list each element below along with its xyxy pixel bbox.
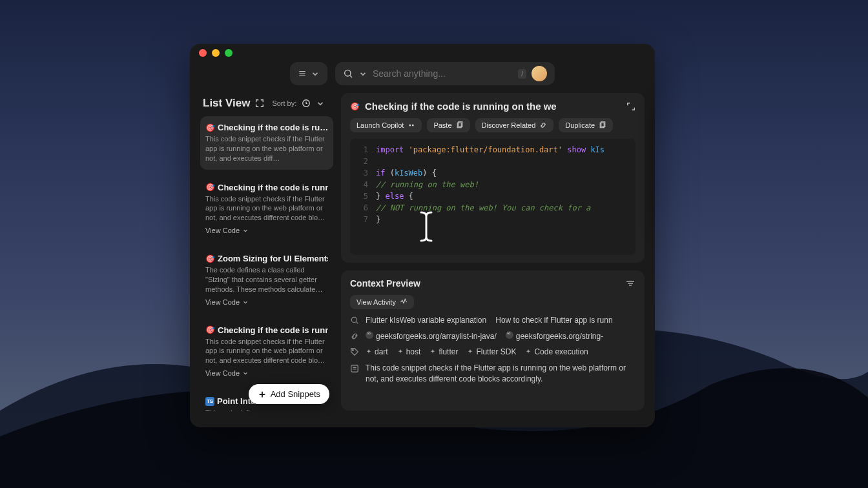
context-description: This code snippet checks if the Flutter … bbox=[366, 363, 636, 385]
line-number: 1 bbox=[356, 144, 368, 156]
snippet-desc: This code snippet checks if the Flutter … bbox=[205, 337, 328, 366]
code-line: 5} else { bbox=[356, 190, 629, 202]
context-search-item[interactable]: Flutter kIsWeb variable explanation bbox=[366, 316, 486, 325]
add-snippets-button[interactable]: Add Snippets bbox=[249, 384, 329, 404]
link-icon bbox=[350, 332, 359, 341]
launch-copilot-button[interactable]: Launch Copilot bbox=[350, 118, 422, 132]
list-pane: List View Sort by: 🎯Checking if the code… bbox=[200, 93, 333, 411]
svg-point-19 bbox=[353, 350, 354, 351]
svg-line-18 bbox=[356, 322, 358, 324]
language-icon: 🎯 bbox=[205, 325, 215, 334]
filter-icon[interactable] bbox=[625, 278, 636, 289]
context-tags-row: darthostflutterFlutter SDKCode execution bbox=[350, 347, 636, 356]
duplicate-icon bbox=[599, 121, 606, 129]
language-icon: 🎯 bbox=[205, 123, 215, 132]
detail-title: Checking if the code is running on the w… bbox=[365, 101, 621, 112]
sparkle-icon bbox=[366, 349, 372, 355]
snippet-title: 🎯Checking if the code is runni… bbox=[205, 183, 328, 192]
user-avatar[interactable] bbox=[532, 66, 547, 81]
snippet-title: 🎯Checking if the code is runni… bbox=[205, 325, 328, 335]
action-row: Launch Copilot Paste Discover Related Du… bbox=[350, 118, 636, 132]
snippet-desc: This code defin… bbox=[205, 408, 328, 411]
tag-icon bbox=[350, 347, 359, 356]
copilot-icon bbox=[408, 121, 415, 129]
clock-icon[interactable] bbox=[302, 99, 311, 108]
line-number: 4 bbox=[356, 179, 368, 190]
paste-button[interactable]: Paste bbox=[427, 118, 470, 132]
sparkle-icon bbox=[429, 349, 436, 355]
snippet-desc: This code snippet checks if the Flutter … bbox=[205, 134, 328, 163]
context-tag[interactable]: Flutter SDK bbox=[467, 347, 516, 356]
note-icon bbox=[350, 364, 359, 373]
text-cursor-decoration bbox=[417, 210, 435, 243]
search-input[interactable] bbox=[373, 68, 513, 79]
language-icon: 🎯 bbox=[205, 254, 215, 263]
snippet-card[interactable]: 🎯Zoom Sizing for UI ElementsThe code def… bbox=[200, 247, 333, 312]
expand-icon[interactable] bbox=[626, 102, 636, 111]
snippet-desc: This code snippet checks if the Flutter … bbox=[205, 194, 328, 223]
window-minimize[interactable] bbox=[212, 49, 220, 57]
sparkle-icon bbox=[467, 349, 473, 355]
context-links-row: geeksforgeeks.org/arraylist-in-java/geek… bbox=[350, 331, 636, 341]
code-viewer[interactable]: 1import 'package:flutter/foundation.dart… bbox=[350, 139, 636, 255]
context-preview-title: Context Preview bbox=[350, 278, 420, 289]
sparkle-icon bbox=[397, 349, 404, 355]
detail-panel: 🎯 Checking if the code is running on the… bbox=[341, 93, 645, 263]
chevron-down-icon bbox=[311, 69, 320, 78]
line-number: 7 bbox=[356, 214, 368, 225]
context-tag[interactable]: host bbox=[397, 347, 421, 356]
chevron-down-icon bbox=[358, 69, 367, 78]
list-icon bbox=[298, 69, 307, 78]
view-activity-button[interactable]: View Activity bbox=[350, 295, 414, 309]
topbar: / bbox=[190, 62, 655, 93]
paste-icon bbox=[456, 121, 464, 129]
view-code-toggle[interactable]: View Code bbox=[205, 369, 328, 377]
code-line: 7} bbox=[356, 214, 629, 225]
context-tag[interactable]: dart bbox=[366, 347, 388, 356]
code-line: 4 // running on the web! bbox=[356, 179, 629, 190]
sort-by-label: Sort by: bbox=[272, 99, 296, 107]
snippet-card[interactable]: 🎯Checking if the code is runni…This code… bbox=[200, 176, 333, 241]
svg-point-8 bbox=[409, 125, 411, 127]
window-close[interactable] bbox=[199, 49, 207, 57]
link-icon bbox=[539, 121, 547, 129]
context-tag[interactable]: flutter bbox=[429, 347, 458, 356]
discover-related-button[interactable]: Discover Related bbox=[475, 118, 554, 132]
search-icon bbox=[350, 316, 359, 325]
snippet-title: 🎯Checking if the code is ru… bbox=[205, 123, 328, 132]
line-number: 2 bbox=[356, 156, 368, 167]
app-window: / List View Sort by: 🎯Checking if the co… bbox=[190, 44, 655, 427]
link-bullet-icon bbox=[506, 331, 513, 339]
context-preview-panel: Context Preview View Activity Flutter kI… bbox=[341, 270, 645, 411]
context-tag[interactable]: Code execution bbox=[525, 347, 588, 356]
svg-point-3 bbox=[345, 70, 351, 76]
snippet-card[interactable]: 🎯Checking if the code is runni…This code… bbox=[200, 319, 333, 384]
view-code-toggle[interactable]: View Code bbox=[205, 227, 328, 234]
svg-rect-20 bbox=[351, 365, 358, 372]
window-maximize[interactable] bbox=[225, 49, 232, 57]
line-number: 6 bbox=[356, 202, 368, 214]
duplicate-button[interactable]: Duplicate bbox=[559, 118, 613, 132]
language-icon: 🎯 bbox=[205, 183, 215, 192]
search-icon bbox=[343, 68, 353, 79]
code-line: 1import 'package:flutter/foundation.dart… bbox=[356, 144, 629, 156]
view-menu-button[interactable] bbox=[290, 62, 327, 85]
activity-icon bbox=[400, 298, 408, 306]
code-line: 2 bbox=[356, 156, 629, 167]
context-search-item[interactable]: How to check if Flutter app is runn bbox=[495, 316, 612, 325]
search-bar[interactable]: / bbox=[335, 62, 555, 85]
snippet-card[interactable]: 🎯Checking if the code is ru…This code sn… bbox=[200, 116, 333, 170]
chevron-down-icon[interactable] bbox=[316, 99, 325, 108]
snippet-desc: The code defines a class called "Sizing"… bbox=[205, 265, 328, 294]
svg-point-9 bbox=[412, 125, 414, 127]
expand-icon[interactable] bbox=[255, 99, 264, 108]
line-number: 3 bbox=[356, 167, 368, 179]
link-bullet-icon bbox=[366, 331, 373, 339]
context-link-item[interactable]: geeksforgeeks.org/arraylist-in-java/ bbox=[366, 331, 497, 341]
view-code-toggle[interactable]: View Code bbox=[205, 298, 328, 306]
list-view-title: List View bbox=[203, 97, 250, 110]
context-link-item[interactable]: geeksforgeeks.org/string- bbox=[506, 331, 603, 341]
titlebar bbox=[190, 44, 655, 62]
search-shortcut-hint: / bbox=[518, 69, 526, 79]
typescript-icon: TS bbox=[205, 397, 214, 406]
